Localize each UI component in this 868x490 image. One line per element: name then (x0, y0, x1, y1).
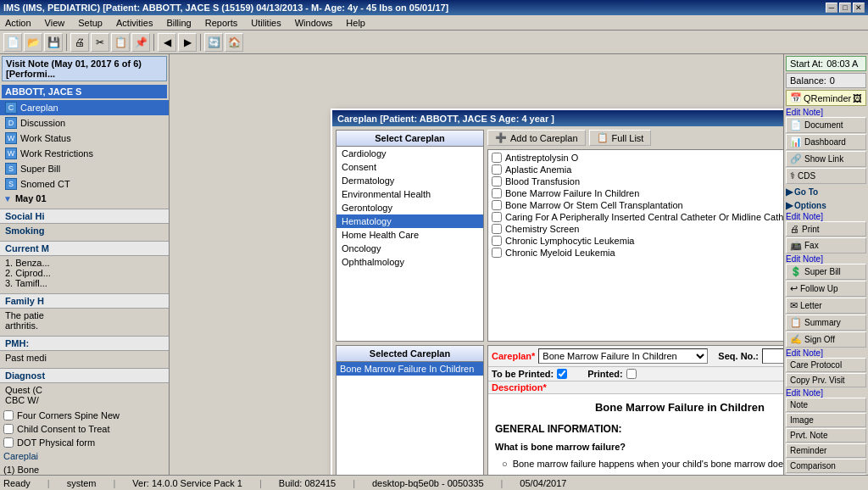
tb-paste[interactable]: 📌 (131, 33, 150, 52)
patient-name: ABBOTT, JACE S (2, 85, 167, 98)
cp-checkbox-blood-transfusion[interactable]: Blood Transfusion (490, 175, 783, 187)
bone-marrow-failure-checkbox[interactable] (492, 188, 502, 198)
checkbox-four-corners[interactable]: Four Corners Spine New (0, 409, 169, 422)
careplan-item-consent[interactable]: Consent (337, 160, 483, 174)
maximize-btn[interactable]: □ (839, 3, 851, 13)
cp-checkbox-catheter[interactable]: Caring For A Peripherally Inserted Centr… (490, 211, 783, 223)
tb-save[interactable]: 💾 (44, 33, 63, 52)
seq-no-input[interactable] (762, 348, 783, 364)
reminder-btn[interactable]: Reminder (786, 443, 866, 458)
menu-setup[interactable]: Setup (75, 17, 106, 29)
cp-checkbox-cll[interactable]: Chronic Lymphocytic Leukemia (490, 235, 783, 247)
follow-up-btn[interactable]: ↩Follow Up (786, 281, 866, 297)
edit-note-2[interactable]: Edit Note] (786, 212, 866, 221)
bone-marrow-stem-checkbox[interactable] (492, 200, 502, 210)
cp-checkbox-cml[interactable]: Chronic Myeloid Leukemia (490, 247, 783, 259)
tb-refresh[interactable]: 🔄 (204, 33, 223, 52)
cp-checkbox-aplastic[interactable]: Aplastic Anemia (490, 164, 783, 175)
careplan-item-oncology[interactable]: Oncology (337, 242, 483, 255)
careplan-item-environmental[interactable]: Environmental Health (337, 187, 483, 201)
catheter-checkbox[interactable] (492, 212, 502, 222)
minimize-btn[interactable]: ─ (826, 3, 837, 13)
careplan-item-cardiology[interactable]: Cardiology (337, 147, 483, 160)
careplan-item-home-health[interactable]: Home Health Care (337, 228, 483, 242)
child-consent-checkbox[interactable] (3, 424, 14, 434)
menu-help[interactable]: Help (342, 17, 369, 29)
menu-snomed-ct[interactable]: S Snomed CT (0, 176, 169, 192)
menu-action[interactable]: Action (2, 17, 35, 29)
careplan-item-dermatology[interactable]: Dermatology (337, 174, 483, 187)
tb-copy[interactable]: 📋 (111, 33, 130, 52)
balance-display: Balance: 0 (786, 73, 866, 88)
cp-checkbox-bone-marrow-stem[interactable]: Bone Marrow Or Stem Cell Transplantation (490, 199, 783, 211)
reminder-bar[interactable]: 📅 QReminder 🖼 (786, 90, 866, 106)
printed-checkbox[interactable] (626, 369, 637, 379)
note-btn[interactable]: Note (786, 398, 866, 412)
aplastic-checkbox[interactable] (492, 164, 502, 175)
menu-activities[interactable]: Activities (113, 17, 156, 29)
visit-note-bar[interactable]: Visit Note (May 01, 2017 6 of 6) [Perfor… (2, 56, 167, 81)
dashboard-btn[interactable]: 📊Dashboard (786, 134, 866, 150)
description-label-row: Description* (488, 381, 783, 394)
cds-btn[interactable]: ⚕CDS (786, 168, 866, 184)
menu-utilities[interactable]: Utilities (248, 17, 284, 29)
fax-btn[interactable]: 📠Fax (786, 237, 866, 253)
letter-btn[interactable]: ✉Letter (786, 298, 866, 314)
cml-checkbox[interactable] (492, 248, 502, 258)
tb-print[interactable]: 🖨 (70, 33, 89, 52)
print-btn[interactable]: 🖨Print (786, 221, 866, 237)
menu-windows[interactable]: Windows (292, 17, 337, 29)
triangle-go: ▶ (786, 187, 793, 198)
tb-forward[interactable]: ▶ (178, 33, 197, 52)
cp-checkbox-chemistry[interactable]: Chemistry Screen (490, 223, 783, 235)
show-link-btn[interactable]: 🔗Show Link (786, 151, 866, 167)
full-list-btn[interactable]: 📋 Full List (589, 130, 652, 146)
tb-home[interactable]: 🏠 (225, 33, 243, 52)
careplan-item-gerontology[interactable]: Gerontology (337, 201, 483, 214)
summary-btn[interactable]: 📋Summary (786, 315, 866, 331)
super-bill-btn[interactable]: 💲Super Bill (786, 264, 866, 280)
tb-cut[interactable]: ✂ (91, 33, 109, 52)
document-btn[interactable]: 📄Document (786, 117, 866, 133)
edit-note-4[interactable]: Edit Note] (786, 348, 866, 358)
add-to-careplan-btn[interactable]: ➕ Add to Careplan (487, 130, 586, 146)
careplan-item-hematology[interactable]: Hematology (337, 214, 483, 228)
menu-billing[interactable]: Billing (163, 17, 194, 29)
antistreptolysin-checkbox[interactable] (492, 153, 502, 163)
edit-note-3[interactable]: Edit Note] (786, 254, 866, 264)
care-protocol-btn[interactable]: Care Protocol (786, 358, 866, 372)
image-btn[interactable]: Image (786, 413, 866, 427)
menu-reports[interactable]: Reports (202, 17, 242, 29)
tb-open[interactable]: 📂 (24, 33, 42, 52)
chemistry-checkbox[interactable] (492, 224, 502, 234)
close-btn[interactable]: ✕ (853, 3, 865, 13)
selected-item-bone-marrow[interactable]: Bone Marrow Failure In Children (337, 362, 483, 376)
selected-careplan-header: Selected Careplan (337, 346, 483, 362)
careplan-select[interactable]: Bone Marrow Failure In Children (538, 348, 708, 364)
expand-icon[interactable]: ▼ (3, 194, 12, 203)
tb-back[interactable]: ◀ (158, 33, 176, 52)
edit-note-1[interactable]: Edit Note] (786, 108, 866, 117)
edit-note-5[interactable]: Edit Note] (786, 388, 866, 398)
tb-new[interactable]: 📄 (3, 33, 22, 52)
checkbox-dot-physical[interactable]: DOT Physical form (0, 436, 169, 449)
prvt-note-btn[interactable]: Prvt. Note (786, 428, 866, 443)
menu-work-restrictions[interactable]: W Work Restrictions (0, 146, 169, 161)
menu-view[interactable]: View (42, 17, 69, 29)
menu-discussion[interactable]: D Discussion (0, 115, 169, 131)
sign-off-btn[interactable]: ✍Sign Off (786, 331, 866, 348)
cll-checkbox[interactable] (492, 236, 502, 246)
menu-careplan[interactable]: C Careplan (0, 100, 169, 115)
careplan-item-ophthalmology[interactable]: Ophthalmology (337, 255, 483, 269)
four-corners-checkbox[interactable] (3, 410, 14, 420)
cp-checkbox-bone-marrow-failure[interactable]: Bone Marrow Failure In Children (490, 187, 783, 199)
menu-super-bill[interactable]: S Super Bill (0, 161, 169, 176)
checkbox-child-consent[interactable]: Child Consent to Treat (0, 422, 169, 436)
cp-checkbox-antistreptolysin[interactable]: Antistreptolysin O (490, 152, 783, 164)
comparison-btn[interactable]: Comparison (786, 459, 866, 473)
dot-physical-checkbox[interactable] (3, 437, 14, 448)
copy-prev-btn[interactable]: Copy Prv. Visit (786, 373, 866, 387)
blood-transfusion-checkbox[interactable] (492, 176, 502, 187)
menu-work-status[interactable]: W Work Status (0, 131, 169, 146)
to-be-printed-checkbox[interactable] (557, 369, 567, 379)
